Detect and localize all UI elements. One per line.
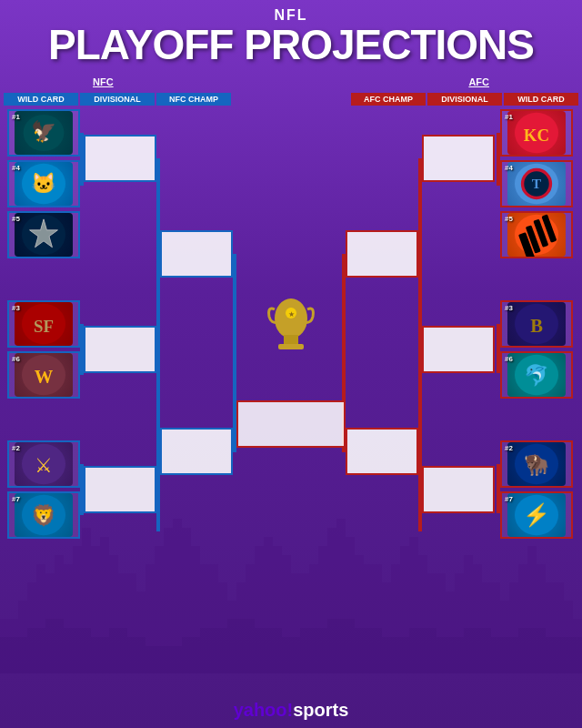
svg-text:⚡: ⚡ (523, 501, 550, 528)
chiefs-logo: KC (507, 111, 566, 155)
afc-conf-match2 (346, 428, 418, 475)
afc-seed6-slot: #6 🐬 (500, 351, 573, 399)
eagles-logo: 🦅 (15, 111, 73, 155)
nfc-seed7-slot: #7 🦁 (7, 491, 80, 539)
bengals-logo (507, 213, 566, 257)
svg-text:KC: KC (524, 126, 549, 145)
nfc-seed1-slot: #1 🦅 (7, 109, 80, 157)
svg-text:🐱: 🐱 (31, 171, 56, 196)
yahoo-label: yahoo! (234, 700, 294, 720)
nfc-line-6 (80, 464, 84, 513)
afc-line-div-conf1 (418, 158, 422, 368)
svg-text:SF: SF (34, 317, 54, 336)
afc-seed3-slot: #3 B (500, 300, 573, 348)
svg-text:W: W (35, 367, 54, 387)
svg-rect-34 (278, 344, 304, 349)
svg-text:🐬: 🐬 (524, 363, 549, 388)
svg-text:🦅: 🦅 (31, 119, 56, 144)
col-nfc-champ: NFC CHAMP (156, 93, 231, 106)
nfc-line-5 (80, 373, 84, 375)
afc-line-4 (497, 464, 500, 513)
trophy-area: ★ (236, 273, 346, 382)
cowboys-logo (15, 213, 73, 257)
nfc-seed3-slot: #3 SF (7, 300, 80, 348)
conference-headers: NFC AFC (0, 69, 582, 91)
col-afc-wc: WILD CARD (504, 93, 578, 106)
nfc-line-div-conf1 (156, 158, 160, 368)
nfc-line-4 (80, 324, 84, 373)
col-nfc-wc: WILD CARD (4, 93, 78, 106)
afc-div-match1 (422, 135, 495, 182)
bills-logo: 🦬 (507, 442, 566, 486)
svg-text:★: ★ (288, 310, 295, 318)
svg-text:⚔: ⚔ (35, 454, 53, 477)
lions-logo: 🦁 (15, 493, 73, 537)
svg-text:B: B (530, 316, 543, 336)
svg-text:🦁: 🦁 (31, 503, 56, 528)
afc-div-match2 (422, 326, 495, 373)
page-title: PLAYOFF PROJECTIONS (0, 24, 582, 66)
nfc-line-7 (80, 513, 84, 515)
nfc-div-match1 (84, 135, 156, 182)
col-afc-champ: AFC CHAMP (351, 93, 426, 106)
panthers-logo: 🐱 (15, 162, 73, 206)
dolphins-logo: 🐬 (507, 353, 566, 397)
afc-seed2-slot: #2 🦬 (500, 440, 573, 488)
afc-line-3 (497, 324, 500, 373)
svg-text:🦬: 🦬 (524, 452, 549, 477)
nfc-seed2-slot: #2 ⚔ (7, 440, 80, 488)
commanders-logo: W (15, 353, 73, 397)
ravens-logo: B (507, 302, 566, 346)
afc-seed7-slot: #7 ⚡ (500, 491, 573, 539)
afc-seed4-slot: #4 T (500, 160, 573, 207)
afc-conf-match1 (346, 230, 418, 278)
sports-label: sports (293, 700, 348, 720)
trophy-icon: ★ (264, 291, 318, 364)
nfc-conf-match1 (160, 230, 233, 278)
bracket: #1 🦅 #4 🐱 #5 (4, 109, 578, 646)
header: NFL PLAYOFF PROJECTIONS (0, 0, 582, 69)
afc-seed1-slot: #1 KC (500, 109, 573, 157)
afc-div-match3 (422, 466, 495, 513)
col-afc-div: DIVISIONAL (427, 93, 502, 106)
nfc-line-div-conf2 (156, 349, 160, 531)
chargers-logo: ⚡ (507, 493, 566, 537)
vikings-logo: ⚔ (15, 442, 73, 486)
afc-line-2 (497, 158, 500, 186)
nfc-conf-match2 (160, 428, 233, 475)
nfc-div-match2 (84, 326, 156, 373)
nfc-seed5-slot: #5 (7, 211, 80, 258)
nfc-seed6-slot: #6 W (7, 351, 80, 399)
nfc-seed4-slot: #4 🐱 (7, 160, 80, 207)
titans-logo: T (507, 162, 566, 206)
afc-label: AFC (468, 76, 489, 87)
nfc-div-match3 (84, 466, 156, 513)
nfc-line-3 (80, 158, 84, 186)
49ers-logo: SF (15, 302, 73, 346)
footer: yahoo!sports (0, 700, 582, 721)
nfc-label: NFC (93, 76, 114, 87)
svg-text:T: T (532, 176, 542, 191)
afc-seed5-slot: #5 (500, 211, 573, 258)
svg-rect-33 (284, 335, 298, 344)
col-nfc-div: DIVISIONAL (80, 93, 155, 106)
afc-line-div-conf2 (418, 349, 422, 531)
super-bowl-slot (236, 400, 346, 448)
